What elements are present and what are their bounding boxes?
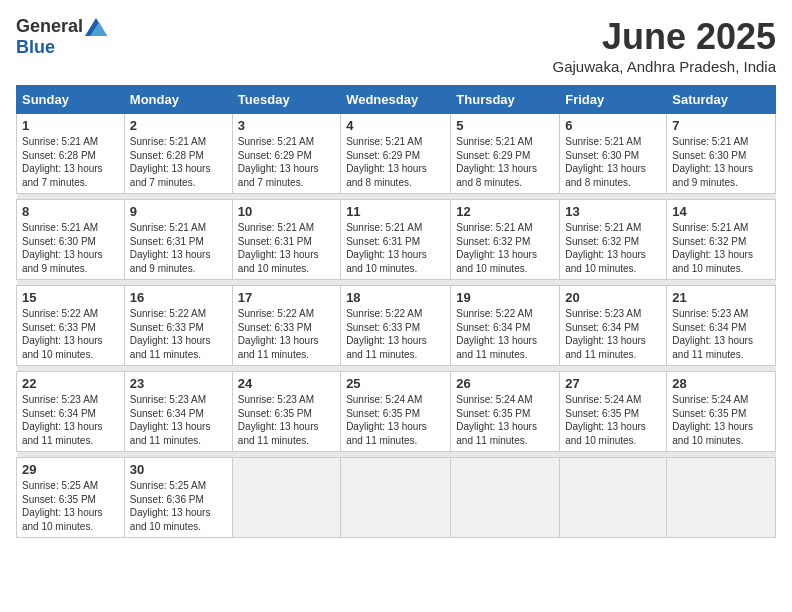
day-detail: Sunrise: 5:24 AM Sunset: 6:35 PM Dayligh… — [346, 393, 445, 447]
day-detail: Sunrise: 5:23 AM Sunset: 6:34 PM Dayligh… — [22, 393, 119, 447]
logo-blue-text: Blue — [16, 37, 55, 58]
day-detail: Sunrise: 5:21 AM Sunset: 6:28 PM Dayligh… — [130, 135, 227, 189]
day-number: 29 — [22, 462, 119, 477]
calendar-day-cell: 12 Sunrise: 5:21 AM Sunset: 6:32 PM Dayl… — [451, 200, 560, 280]
day-detail: Sunrise: 5:21 AM Sunset: 6:29 PM Dayligh… — [346, 135, 445, 189]
calendar-day-cell: 15 Sunrise: 5:22 AM Sunset: 6:33 PM Dayl… — [17, 286, 125, 366]
day-number: 10 — [238, 204, 335, 219]
day-number: 5 — [456, 118, 554, 133]
calendar-day-cell: 2 Sunrise: 5:21 AM Sunset: 6:28 PM Dayli… — [124, 114, 232, 194]
day-number: 16 — [130, 290, 227, 305]
day-detail: Sunrise: 5:21 AM Sunset: 6:29 PM Dayligh… — [238, 135, 335, 189]
calendar-day-cell: 30 Sunrise: 5:25 AM Sunset: 6:36 PM Dayl… — [124, 458, 232, 538]
calendar-day-cell: 13 Sunrise: 5:21 AM Sunset: 6:32 PM Dayl… — [560, 200, 667, 280]
calendar-day-cell: 29 Sunrise: 5:25 AM Sunset: 6:35 PM Dayl… — [17, 458, 125, 538]
calendar-day-cell: 1 Sunrise: 5:21 AM Sunset: 6:28 PM Dayli… — [17, 114, 125, 194]
day-number: 8 — [22, 204, 119, 219]
title-section: June 2025 Gajuwaka, Andhra Pradesh, Indi… — [553, 16, 776, 75]
calendar-day-cell: 18 Sunrise: 5:22 AM Sunset: 6:33 PM Dayl… — [341, 286, 451, 366]
calendar-day-cell: 8 Sunrise: 5:21 AM Sunset: 6:30 PM Dayli… — [17, 200, 125, 280]
day-detail: Sunrise: 5:21 AM Sunset: 6:30 PM Dayligh… — [565, 135, 661, 189]
calendar-day-cell: 4 Sunrise: 5:21 AM Sunset: 6:29 PM Dayli… — [341, 114, 451, 194]
calendar-week-row: 15 Sunrise: 5:22 AM Sunset: 6:33 PM Dayl… — [17, 286, 776, 366]
calendar-day-cell: 10 Sunrise: 5:21 AM Sunset: 6:31 PM Dayl… — [232, 200, 340, 280]
location-title: Gajuwaka, Andhra Pradesh, India — [553, 58, 776, 75]
day-number: 11 — [346, 204, 445, 219]
calendar-week-row: 8 Sunrise: 5:21 AM Sunset: 6:30 PM Dayli… — [17, 200, 776, 280]
day-detail: Sunrise: 5:21 AM Sunset: 6:30 PM Dayligh… — [22, 221, 119, 275]
calendar-day-cell: 9 Sunrise: 5:21 AM Sunset: 6:31 PM Dayli… — [124, 200, 232, 280]
calendar-day-cell: 23 Sunrise: 5:23 AM Sunset: 6:34 PM Dayl… — [124, 372, 232, 452]
calendar-day-cell — [341, 458, 451, 538]
calendar-day-cell: 11 Sunrise: 5:21 AM Sunset: 6:31 PM Dayl… — [341, 200, 451, 280]
day-detail: Sunrise: 5:23 AM Sunset: 6:35 PM Dayligh… — [238, 393, 335, 447]
day-number: 18 — [346, 290, 445, 305]
day-detail: Sunrise: 5:22 AM Sunset: 6:33 PM Dayligh… — [346, 307, 445, 361]
day-detail: Sunrise: 5:24 AM Sunset: 6:35 PM Dayligh… — [672, 393, 770, 447]
day-number: 21 — [672, 290, 770, 305]
day-detail: Sunrise: 5:21 AM Sunset: 6:31 PM Dayligh… — [346, 221, 445, 275]
calendar-day-cell: 3 Sunrise: 5:21 AM Sunset: 6:29 PM Dayli… — [232, 114, 340, 194]
day-number: 6 — [565, 118, 661, 133]
day-detail: Sunrise: 5:21 AM Sunset: 6:32 PM Dayligh… — [565, 221, 661, 275]
col-thursday: Thursday — [451, 86, 560, 114]
calendar-week-row: 29 Sunrise: 5:25 AM Sunset: 6:35 PM Dayl… — [17, 458, 776, 538]
logo-icon — [85, 18, 107, 36]
day-detail: Sunrise: 5:23 AM Sunset: 6:34 PM Dayligh… — [565, 307, 661, 361]
calendar-day-cell: 6 Sunrise: 5:21 AM Sunset: 6:30 PM Dayli… — [560, 114, 667, 194]
day-number: 20 — [565, 290, 661, 305]
calendar-day-cell — [667, 458, 776, 538]
month-title: June 2025 — [553, 16, 776, 58]
day-number: 22 — [22, 376, 119, 391]
calendar-day-cell: 14 Sunrise: 5:21 AM Sunset: 6:32 PM Dayl… — [667, 200, 776, 280]
col-sunday: Sunday — [17, 86, 125, 114]
calendar-day-cell: 26 Sunrise: 5:24 AM Sunset: 6:35 PM Dayl… — [451, 372, 560, 452]
col-saturday: Saturday — [667, 86, 776, 114]
day-detail: Sunrise: 5:22 AM Sunset: 6:33 PM Dayligh… — [22, 307, 119, 361]
day-number: 17 — [238, 290, 335, 305]
day-number: 4 — [346, 118, 445, 133]
day-number: 2 — [130, 118, 227, 133]
calendar-day-cell — [451, 458, 560, 538]
day-number: 19 — [456, 290, 554, 305]
header: General Blue June 2025 Gajuwaka, Andhra … — [16, 16, 776, 75]
calendar-day-cell: 17 Sunrise: 5:22 AM Sunset: 6:33 PM Dayl… — [232, 286, 340, 366]
day-number: 25 — [346, 376, 445, 391]
day-detail: Sunrise: 5:21 AM Sunset: 6:28 PM Dayligh… — [22, 135, 119, 189]
day-detail: Sunrise: 5:21 AM Sunset: 6:31 PM Dayligh… — [238, 221, 335, 275]
day-number: 30 — [130, 462, 227, 477]
day-number: 13 — [565, 204, 661, 219]
day-detail: Sunrise: 5:22 AM Sunset: 6:33 PM Dayligh… — [130, 307, 227, 361]
col-tuesday: Tuesday — [232, 86, 340, 114]
day-detail: Sunrise: 5:25 AM Sunset: 6:35 PM Dayligh… — [22, 479, 119, 533]
calendar-day-cell: 28 Sunrise: 5:24 AM Sunset: 6:35 PM Dayl… — [667, 372, 776, 452]
day-number: 26 — [456, 376, 554, 391]
day-detail: Sunrise: 5:22 AM Sunset: 6:34 PM Dayligh… — [456, 307, 554, 361]
calendar-week-row: 1 Sunrise: 5:21 AM Sunset: 6:28 PM Dayli… — [17, 114, 776, 194]
day-number: 24 — [238, 376, 335, 391]
calendar-day-cell: 24 Sunrise: 5:23 AM Sunset: 6:35 PM Dayl… — [232, 372, 340, 452]
day-detail: Sunrise: 5:22 AM Sunset: 6:33 PM Dayligh… — [238, 307, 335, 361]
day-detail: Sunrise: 5:23 AM Sunset: 6:34 PM Dayligh… — [130, 393, 227, 447]
calendar-day-cell: 25 Sunrise: 5:24 AM Sunset: 6:35 PM Dayl… — [341, 372, 451, 452]
calendar-week-row: 22 Sunrise: 5:23 AM Sunset: 6:34 PM Dayl… — [17, 372, 776, 452]
calendar-day-cell: 21 Sunrise: 5:23 AM Sunset: 6:34 PM Dayl… — [667, 286, 776, 366]
day-detail: Sunrise: 5:21 AM Sunset: 6:32 PM Dayligh… — [672, 221, 770, 275]
day-number: 15 — [22, 290, 119, 305]
calendar-day-cell — [560, 458, 667, 538]
day-number: 3 — [238, 118, 335, 133]
day-detail: Sunrise: 5:21 AM Sunset: 6:31 PM Dayligh… — [130, 221, 227, 275]
day-number: 12 — [456, 204, 554, 219]
day-detail: Sunrise: 5:23 AM Sunset: 6:34 PM Dayligh… — [672, 307, 770, 361]
calendar-day-cell: 16 Sunrise: 5:22 AM Sunset: 6:33 PM Dayl… — [124, 286, 232, 366]
col-wednesday: Wednesday — [341, 86, 451, 114]
day-number: 14 — [672, 204, 770, 219]
calendar-day-cell: 20 Sunrise: 5:23 AM Sunset: 6:34 PM Dayl… — [560, 286, 667, 366]
calendar-table: Sunday Monday Tuesday Wednesday Thursday… — [16, 85, 776, 538]
logo-general-text: General — [16, 16, 83, 37]
day-detail: Sunrise: 5:21 AM Sunset: 6:32 PM Dayligh… — [456, 221, 554, 275]
col-friday: Friday — [560, 86, 667, 114]
calendar-day-cell: 22 Sunrise: 5:23 AM Sunset: 6:34 PM Dayl… — [17, 372, 125, 452]
day-number: 7 — [672, 118, 770, 133]
day-number: 27 — [565, 376, 661, 391]
